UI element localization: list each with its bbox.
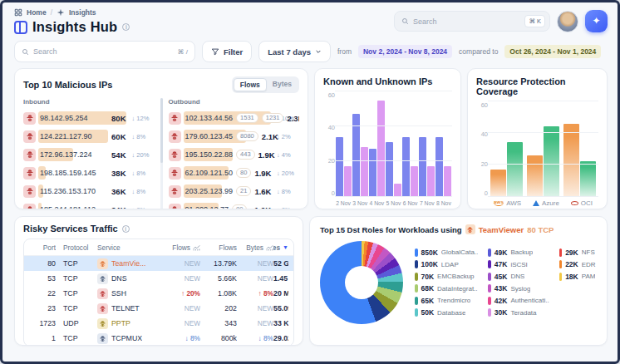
service-cell: TELNET <box>97 303 159 314</box>
legend-item[interactable]: 68KDataIntegrat.. <box>415 284 478 293</box>
trend-percent: ↓ 8% <box>277 206 299 210</box>
malicious-ip-row[interactable]: 185.244.181.11234K↓ 8% <box>23 200 155 209</box>
unknown-bar[interactable] <box>444 166 451 196</box>
malicious-ip-row[interactable]: 203.25.123.99211.6K↓ 8% <box>169 182 300 200</box>
legend-item[interactable]: 100KLDAP <box>415 260 478 268</box>
legend-item[interactable]: 18KPAM <box>559 273 596 281</box>
risky-services-title: Risky Services Traffic <box>23 224 118 234</box>
bar-group <box>435 91 451 196</box>
series2-bar[interactable] <box>507 142 523 196</box>
legend-swatch <box>559 260 563 268</box>
toggle-bytes[interactable]: Bytes <box>267 78 298 91</box>
legend-item[interactable]: 850KGlobalCata.. <box>415 248 478 257</box>
series2-bar[interactable] <box>580 161 596 196</box>
trend-percent: ↓ 8% <box>132 188 155 195</box>
column-header-bytes-sort[interactable]: Bytes▼ <box>273 243 288 252</box>
table-body: 80TCPTeamVie...NEW13.79KNEW52 GB53TCPDNS… <box>24 256 293 346</box>
avatar[interactable] <box>557 11 578 32</box>
malicious-ip-row[interactable]: 91.200.12.77801.6K↓ 8% <box>169 200 300 209</box>
unknown-bar[interactable] <box>411 166 418 196</box>
known-bar[interactable] <box>352 114 360 196</box>
legend-item[interactable]: 45KDNS <box>488 273 549 281</box>
column-header-flows-trend[interactable]: Flows <box>159 243 200 252</box>
known-bar[interactable] <box>369 149 376 196</box>
legend-item[interactable]: 65KTrendmicro <box>415 297 478 305</box>
robber-icon <box>99 335 106 342</box>
legend-label: Syslog <box>510 285 530 293</box>
malicious-ip-row[interactable]: 62.109.121.50801.9K↓ 20% <box>169 164 300 182</box>
risky-info-icon[interactable]: i <box>122 225 130 233</box>
sort-desc-icon[interactable]: ▼ <box>283 244 288 250</box>
dst-roles-service[interactable]: TeamViewer <box>479 225 524 234</box>
service-row-telnet[interactable]: 23TCPTELNETNEW202NEW55.09 KB <box>24 301 293 316</box>
legend-item[interactable]: 30KTeradata <box>488 308 549 317</box>
date-range-dropdown[interactable]: Last 7 days <box>258 41 331 62</box>
known-bar[interactable] <box>336 137 343 196</box>
service-row-pptp[interactable]: 1723UDPPPTPNEW343NEW33 KB <box>24 316 293 331</box>
bar-group <box>386 91 401 196</box>
unknown-bar[interactable] <box>361 147 368 196</box>
oci-icon <box>571 201 578 205</box>
known-bar[interactable] <box>402 137 410 196</box>
ai-assistant-button[interactable]: ✦ <box>585 10 608 32</box>
flows-trend-cell: ↓ 8% <box>159 334 200 342</box>
date-range-label: Last 7 days <box>268 47 311 57</box>
malicious-ip-row[interactable]: 98.142.95.25480K↓ 12% <box>23 109 155 127</box>
series2-bar[interactable] <box>544 126 559 196</box>
bytes-cell: 52 GB <box>273 259 288 268</box>
page-search-input[interactable] <box>33 47 174 56</box>
global-search[interactable]: ⌘ K <box>394 11 550 32</box>
service-row-dns[interactable]: 53TCPDNSNEW5.66KNEW1.45 GB <box>24 271 293 286</box>
filter-button[interactable]: Filter <box>202 41 252 62</box>
page-search[interactable]: ⌘ / <box>14 41 195 62</box>
global-search-input[interactable] <box>413 17 520 26</box>
malicious-ip-row[interactable]: 198.185.159.14538K↓ 8% <box>23 164 155 182</box>
compare-date-range-badge[interactable]: Oct 26, 2024 - Nov 1, 2024 <box>504 45 601 58</box>
malicious-ip-row[interactable]: 172.96.137.22454K↓ 20% <box>23 145 155 164</box>
port-badge: 80 <box>236 168 251 178</box>
primary-date-range-badge[interactable]: Nov 2, 2024 - Nov 8, 2024 <box>358 45 452 58</box>
service-row-ssh[interactable]: 22TCPSSH↑ 20%1.08K↑ 8%20 MB <box>24 286 293 301</box>
unknown-bar[interactable] <box>427 166 435 196</box>
unknown-bar[interactable] <box>377 101 385 197</box>
unknown-bar[interactable] <box>394 184 401 196</box>
list-scrollbar[interactable] <box>160 98 163 209</box>
service-risk-icon <box>97 288 108 299</box>
breadcrumb-current[interactable]: Insights <box>69 8 96 17</box>
service-cell: TCPMUX <box>97 333 159 344</box>
malicious-ip-row[interactable]: 124.221.127.9060K↓ 8% <box>23 127 155 145</box>
legend-item[interactable]: 43KSyslog <box>488 284 549 293</box>
service-row-tcpmux[interactable]: 1TCPTCPMUX↓ 8%800k↓ 8%29.02 KB <box>24 331 293 346</box>
port-badge: 443 <box>236 150 255 160</box>
column-header-service[interactable]: Service <box>97 243 159 252</box>
legend-item[interactable]: 22KEDR <box>559 260 596 268</box>
column-header-bytes-trend[interactable]: Bytes <box>237 243 273 252</box>
malicious-ip-row[interactable]: 179.60.123.4580802.1K↓ 2% <box>169 127 300 145</box>
title-info-icon[interactable]: i <box>122 23 130 31</box>
legend-item[interactable]: 70KEMCBackup <box>415 273 478 281</box>
service-row-teamviewer[interactable]: 80TCPTeamVie...NEW13.79KNEW52 GB <box>24 256 293 271</box>
malicious-ip-row[interactable]: 115.236.153.17036K↓ 8% <box>23 182 155 200</box>
known-bar[interactable] <box>386 142 393 196</box>
legend-item[interactable]: 50KDatabase <box>415 308 478 317</box>
legend-item[interactable]: 42KAuthenticati.. <box>488 297 549 305</box>
port-cell: 1723 <box>29 319 56 327</box>
toggle-flows[interactable]: Flows <box>234 78 267 91</box>
malicious-ip-row[interactable]: 102.133.44.56153112312.3K↓ 10% <box>169 109 300 127</box>
known-bar[interactable] <box>419 137 426 196</box>
column-header-flows[interactable]: Flows <box>200 243 237 252</box>
series1-bar[interactable] <box>527 155 543 196</box>
series1-bar[interactable] <box>490 170 506 196</box>
malicious-ip-row[interactable]: 195.150.22.884431.9K↓ 4% <box>169 145 300 164</box>
legend-item[interactable]: 47KiSCSI <box>488 260 549 268</box>
dst-roles-donut-chart[interactable] <box>320 241 403 324</box>
unknown-bar[interactable] <box>344 166 352 196</box>
column-header-protocol[interactable]: Protocol <box>56 243 97 252</box>
known-bar[interactable] <box>435 137 443 196</box>
breadcrumb-home[interactable]: Home <box>27 8 47 17</box>
legend-item[interactable]: 49KBackup <box>488 248 549 257</box>
flows-trend-cell: NEW <box>159 319 200 327</box>
column-header-port[interactable]: Port <box>29 243 56 252</box>
legend-item[interactable]: 29KNFS <box>559 248 596 257</box>
series1-bar[interactable] <box>563 124 579 196</box>
